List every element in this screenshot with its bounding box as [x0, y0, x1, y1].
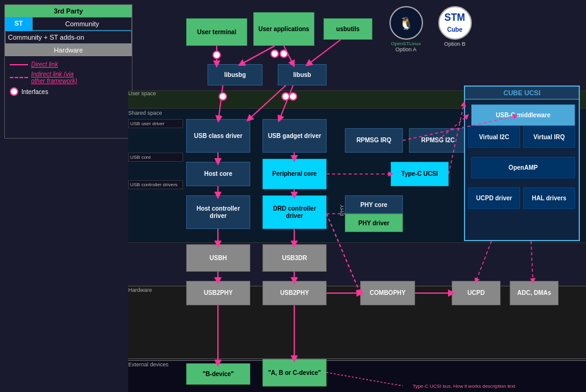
legend-hardware: Hardware [5, 44, 132, 56]
host-core-node: Host core [186, 162, 250, 186]
hardware-label: Hardware [128, 287, 183, 293]
svg-line-1 [241, 46, 275, 64]
user-terminal-node: User terminal [186, 18, 247, 46]
usb-c-middleware-node: USB-C middleware [471, 104, 575, 126]
svg-point-32 [271, 50, 278, 57]
legend-st-community-row: ST Community [5, 17, 132, 31]
user-applications-label: User applications [258, 26, 309, 33]
legend-direct-link: Direct link [10, 61, 127, 68]
ucpd-driver-label: UCPD driver [476, 195, 512, 202]
adc-dmas-label: ADC, DMAs [517, 289, 551, 297]
virtual-i2c-node: Virtual I2C [468, 126, 520, 148]
user-space-label: User space [128, 90, 183, 98]
rpmsg-i2c-label: RPMSG I2C [421, 137, 455, 144]
usb3dr-node: USB3DR [262, 244, 327, 272]
a-b-c-device-label: "A, B or C-device" [268, 369, 321, 377]
b-device-node: "B-device" [186, 363, 250, 385]
phy-core-label: PHY core [345, 195, 403, 214]
ucpd-hal-row: UCPD driver HAL drivers [468, 187, 578, 209]
a-b-c-device-node: "A, B or C-device" [262, 359, 327, 387]
direct-link-label: Direct link [31, 61, 58, 68]
legend-3rdparty: 3rd Party [5, 5, 132, 17]
ucpd-node: UCPD [452, 281, 501, 305]
usbh-node: USBH [186, 244, 250, 272]
virtual-irq-node: Virtual IRQ [523, 126, 575, 148]
type-c-ucsi-label: Type-C UCSI [402, 170, 438, 178]
option-a-circle: 🐧 [389, 6, 423, 40]
peripheral-core-node: Peripheral core [262, 159, 327, 189]
svg-point-31 [213, 51, 220, 59]
usbh-label: USBH [209, 255, 226, 262]
option-b-label: Option B [433, 41, 476, 47]
openamp-node: OpenAMP [471, 157, 575, 178]
svg-line-2 [284, 46, 293, 64]
svg-line-24 [531, 241, 533, 281]
shared-space-label: Shared space [128, 110, 183, 116]
adc-dmas-node: ADC, DMAs [510, 281, 559, 305]
usb-user-driver-label: USB user driver [128, 119, 183, 128]
usb-controller-drivers-label: USB controller drivers [128, 180, 183, 189]
legend-st: ST [5, 17, 32, 31]
phy-combined-node: PHY core PHY driver [345, 195, 403, 232]
usb-gadget-driver-label: USB gadget driver [268, 132, 321, 140]
openamp-label: OpenAMP [508, 164, 538, 172]
host-controller-driver-node: Host controller driver [186, 195, 250, 229]
rpmsg-i2c-node: RPMSG I2C [409, 128, 467, 153]
indirect-link-label: Indirect link (viaother framework) [31, 71, 78, 84]
combophy-node: COMBOPHY [360, 281, 415, 305]
hal-drivers-node: HAL drivers [523, 187, 575, 209]
libusb-node: libusb [278, 64, 327, 85]
legend-community: Community [32, 17, 132, 31]
legend-links-section: Direct link Indirect link (viaother fram… [5, 56, 132, 101]
usb-user-driver-text: USB user driver [130, 121, 181, 126]
rpmsg-irq-label: RPMSG IRQ [356, 137, 391, 144]
usb-core-text: USB core [130, 154, 181, 160]
ucpd-label: UCPD [468, 289, 485, 297]
legend-indirect-link: Indirect link (viaother framework) [10, 71, 127, 84]
legend-panel: 3rd Party ST Community Community + ST ad… [4, 4, 132, 139]
usb2phy-left-label: USB2PHY [204, 289, 233, 297]
phy-label: PHY [339, 205, 345, 216]
interfaces-icon [10, 87, 18, 96]
drd-controller-driver-label: DRD controller driver [266, 205, 324, 220]
virtual-row: Virtual I2C Virtual IRQ [468, 126, 578, 148]
svg-line-23 [476, 241, 491, 281]
type-c-ucsi-node: Type-C UCSI [391, 162, 449, 186]
virtual-irq-label: Virtual IRQ [534, 134, 565, 141]
shared-space-text: Shared space [128, 110, 183, 116]
usb-gadget-driver-node: USB gadget driver [262, 119, 327, 153]
combophy-label: COMBOPHY [370, 289, 406, 297]
user-applications-node: User applications [253, 12, 314, 46]
direct-link-line [10, 64, 28, 65]
external-devices-label: External devices [128, 361, 183, 368]
usb2phy-left-node: USB2PHY [186, 281, 250, 305]
host-core-label: Host core [204, 170, 232, 178]
host-controller-driver-label: Host controller driver [189, 205, 247, 220]
usb-controller-drivers-text: USB controller drivers [130, 182, 181, 187]
legend-interfaces: Interfaces [10, 87, 127, 96]
external-devices-text: External devices [128, 361, 183, 368]
option-b-circle: STMCube [438, 6, 472, 40]
usb-class-driver-node: USB class driver [186, 119, 250, 153]
user-terminal-label: User terminal [197, 29, 236, 36]
libusb-label: libusb [293, 71, 311, 79]
peripheral-core-label: Peripheral core [272, 170, 317, 178]
option-b-icon: STMCube Option B [433, 6, 476, 47]
hal-drivers-label: HAL drivers [532, 195, 566, 202]
interfaces-label: Interfaces [21, 89, 48, 95]
footer-text: Type-C UCSI bus, How it works descriptio… [342, 383, 586, 389]
usb-class-driver-label: USB class driver [194, 132, 243, 140]
user-space-text: User space [128, 90, 183, 98]
usbutils-label: usbutils [336, 26, 360, 33]
usb-core-label: USB core [128, 153, 183, 162]
option-a-label: OpenSTLinux Option A [385, 41, 427, 53]
cube-ucsi-title: CUBE UCSI [465, 87, 579, 100]
ucpd-driver-node: UCPD driver [468, 187, 520, 209]
legend-community-st: Community + ST adds-on [5, 31, 132, 44]
virtual-i2c-label: Virtual I2C [479, 134, 509, 141]
diagram-area: User space Shared space USB user driver … [128, 0, 586, 392]
drd-controller-driver-node: DRD controller driver [262, 195, 327, 229]
main-container: 3rd Party ST Community Community + ST ad… [0, 0, 586, 392]
libusbg-label: libusbg [224, 71, 246, 79]
rpmsg-irq-node: RPMSG IRQ [345, 128, 403, 153]
